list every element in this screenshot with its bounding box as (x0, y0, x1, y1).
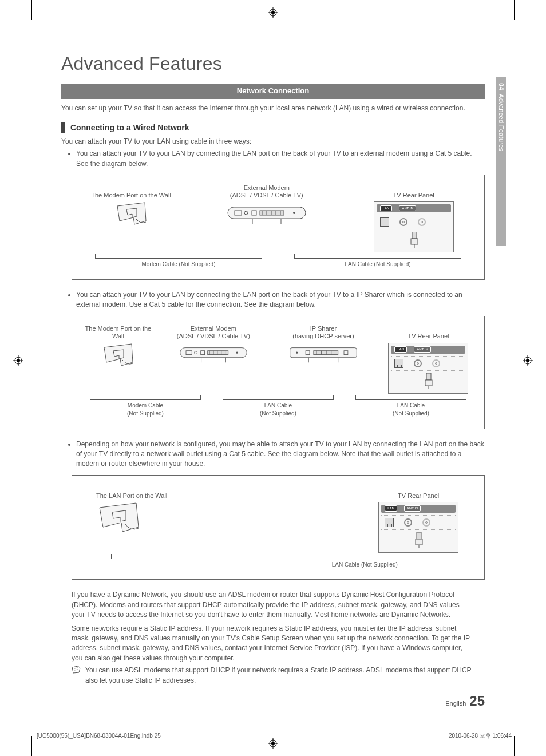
side-tab-label: Advanced Features (496, 94, 505, 152)
wall-jack-icon (101, 343, 135, 373)
svg-rect-65 (417, 532, 421, 539)
tv-panel-label: TV Rear Panel (407, 324, 449, 341)
section-bar: Network Connection (61, 84, 485, 99)
print-footer: [UC5000(55)_USA]BN68-03004A-01Eng.indb 2… (37, 732, 512, 741)
print-sheet: 04 Advanced Features Advanced Features N… (0, 0, 546, 756)
sharer-label: IP Sharer (292, 325, 354, 333)
modem-icon (227, 201, 307, 228)
bullet-list: Depending on how your network is configu… (61, 440, 485, 469)
page-number: 25 (469, 691, 485, 711)
tv-rear-panel-icon: LANANT IN (378, 502, 458, 553)
svg-point-28 (293, 212, 295, 214)
wall-port-label: The Modem Port on the Wall (91, 183, 171, 199)
tv-panel-label: TV Rear Panel (393, 183, 434, 199)
svg-rect-31 (412, 232, 417, 239)
sharer-sublabel: (having DHCP server) (292, 333, 354, 340)
svg-point-46 (236, 351, 238, 353)
diagram-2: The Modem Port on the Wall External Mode… (72, 316, 485, 429)
svg-rect-60 (426, 373, 431, 380)
modem-sublabel: (ADSL / VDSL / Cable TV) (230, 192, 303, 199)
modem-icon (176, 343, 251, 366)
note: You can use ADSL modems that support DHC… (72, 666, 474, 686)
bullet-list: You can attach your TV to your LAN by co… (61, 149, 485, 169)
paragraph: Some networks require a Static IP addres… (72, 624, 474, 664)
diagram-1: The Modem Port on the Wall External Mode… (72, 175, 485, 280)
svg-point-50 (296, 351, 298, 353)
sub-heading-label: Connecting to a Wired Network (70, 122, 189, 133)
svg-rect-52 (314, 350, 338, 354)
list-item: You can attach your TV to your LAN by co… (76, 149, 485, 169)
page-content: Advanced Features Network Connection You… (61, 50, 485, 711)
wall-port-label: The Modem Port on the Wall (79, 324, 157, 341)
intro-text: You can set up your TV so that it can ac… (61, 104, 485, 113)
wall-jack-icon (114, 201, 148, 232)
print-file: [UC5000(55)_USA]BN68-03004A-01Eng.indb 2… (37, 732, 161, 741)
cable-label: Modem Cable (Not Supplied) (79, 254, 278, 269)
lead-text: You can attach your TV to your LAN using… (61, 137, 485, 147)
modem-label: External Modem (177, 325, 250, 333)
print-timestamp: 2010-06-28 오후 1:06:44 (449, 732, 512, 741)
diagram-3: The LAN Port on the Wall TV Rear Panel L… (72, 475, 485, 580)
list-item: You can attach your TV to your LAN by co… (76, 290, 485, 310)
cable-label: LAN Cable (Not Supplied) (79, 554, 477, 569)
svg-line-69 (74, 670, 78, 670)
wall-jack-icon (96, 502, 142, 539)
side-tab: 04 Advanced Features (496, 77, 506, 246)
registration-mark-icon (522, 355, 533, 366)
wall-port-label: The LAN Port on the Wall (96, 484, 167, 500)
bullet-list: You can attach your TV to your LAN by co… (61, 290, 485, 310)
cable-label: LAN Cable (Not Supplied) (345, 395, 477, 418)
svg-rect-61 (425, 380, 432, 386)
svg-marker-16 (117, 203, 146, 224)
page-footer: English 25 (445, 691, 485, 711)
modem-sublabel: (ADSL / VDSL / Cable TV) (177, 333, 250, 340)
cable-label: LAN Cable (Not Supplied) (212, 395, 345, 418)
tv-rear-panel-icon: LANANT IN (374, 201, 454, 252)
page-title: Advanced Features (61, 50, 485, 77)
list-item: Depending on how your network is configu… (76, 440, 485, 469)
note-icon (72, 666, 81, 686)
modem-label: External Modem (230, 184, 303, 192)
svg-line-68 (74, 668, 78, 668)
registration-mark-icon (267, 7, 279, 18)
registration-mark-icon (13, 355, 24, 366)
cable-label: Modem Cable (Not Supplied) (79, 395, 212, 418)
tv-panel-label: TV Rear Panel (398, 484, 439, 500)
side-tab-number: 04 (496, 83, 505, 90)
svg-rect-66 (416, 539, 422, 545)
sub-heading: Connecting to a Wired Network (61, 122, 485, 133)
note-text: You can use ADSL modems that support DHC… (85, 666, 474, 686)
cable-label: LAN Cable (Not Supplied) (278, 254, 477, 269)
tv-rear-panel-icon: LANANT IN (388, 343, 468, 394)
ip-sharer-icon (286, 343, 361, 366)
svg-marker-34 (104, 344, 133, 366)
footer-lang: English (445, 699, 466, 708)
svg-rect-32 (411, 239, 418, 244)
paragraph: If you have a Dynamic Network, you shoul… (72, 590, 474, 620)
